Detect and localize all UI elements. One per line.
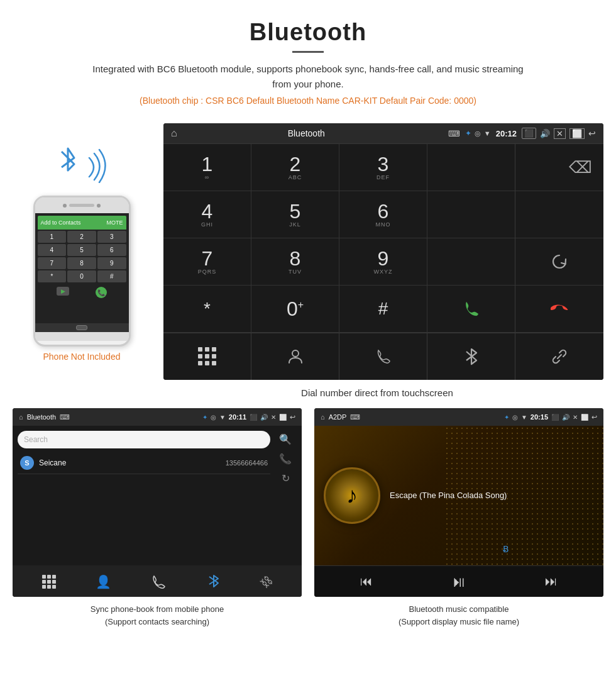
pb-vol-icon: 🔊 xyxy=(260,414,268,421)
dial-empty-4 xyxy=(427,238,515,286)
dial-key-2[interactable]: 2 ABC xyxy=(251,144,339,191)
action-bluetooth[interactable] xyxy=(427,333,515,380)
dial-key-3[interactable]: 3 DEF xyxy=(339,144,427,191)
pb-time: 20:11 xyxy=(229,413,246,421)
action-person[interactable] xyxy=(251,333,339,380)
dial-empty-2 xyxy=(427,191,515,238)
phonebook-content: Search S Seicane 13566664466 🔍 📞 ↻ xyxy=(13,426,302,565)
phone-bottom-nav xyxy=(35,323,129,332)
music-prev-icon[interactable]: ⏮ xyxy=(360,574,373,589)
contact-row[interactable]: S Seicane 13566664466 xyxy=(18,452,270,474)
dial-empty-3 xyxy=(515,191,603,238)
key-7[interactable]: 7 xyxy=(38,257,67,269)
pb-usb-icon: ⌨ xyxy=(60,413,70,421)
bt-music-icon: Ƀ xyxy=(503,544,509,554)
eq-icon[interactable]: ✕ xyxy=(554,128,566,139)
key-9[interactable]: 9 xyxy=(97,257,126,269)
dial-backspace[interactable]: ⌫ xyxy=(515,144,603,191)
mu-eq-icon: ✕ xyxy=(573,414,578,421)
music-next-icon[interactable]: ⏭ xyxy=(545,574,558,589)
pb-home-icon[interactable]: ⌂ xyxy=(19,413,23,421)
pb-search-icon[interactable]: 🔍 xyxy=(279,433,292,445)
volume-icon[interactable]: 🔊 xyxy=(540,129,550,138)
dial-key-8[interactable]: 8 TUV xyxy=(251,238,339,286)
phone-action-row: ▶ 📞 xyxy=(38,284,126,301)
usb-icon: ⌨ xyxy=(448,129,460,138)
phone-home-button[interactable] xyxy=(76,325,87,330)
dial-key-7[interactable]: 7 PQRS xyxy=(163,238,251,286)
key-1[interactable]: 1 xyxy=(38,231,67,243)
search-placeholder: Search xyxy=(24,435,48,444)
pb-eq-icon: ✕ xyxy=(271,414,276,421)
key-4[interactable]: 4 xyxy=(38,244,67,256)
dial-key-1[interactable]: 1 ∞ xyxy=(163,144,251,191)
page-title: Bluetooth xyxy=(13,19,603,46)
signal-waves xyxy=(86,148,110,183)
main-caption-wrapper: Dial number direct from touchscreen xyxy=(0,380,616,408)
music-play-pause-icon[interactable]: ⏯ xyxy=(451,573,466,591)
song-title: Escape (The Pina Colada Song) xyxy=(390,490,594,501)
phone-section: Add to Contacts MOTE 1 2 3 4 5 6 7 8 9 *… xyxy=(13,123,151,362)
dial-key-hash[interactable]: # xyxy=(339,286,427,333)
mu-home-icon[interactable]: ⌂ xyxy=(321,413,325,421)
music-status-bar: ⌂ A2DP ⌨ ✦ ◎ ▼ 20:15 ⬛ 🔊 ✕ ⬜ ↩ xyxy=(314,408,603,426)
music-controls-bar: ⏮ ⏯ ⏭ xyxy=(314,565,603,597)
dial-key-6[interactable]: 6 MNO xyxy=(339,191,427,238)
bluetooth-status-icon: ✦ xyxy=(465,129,471,138)
dial-key-5[interactable]: 5 JKL xyxy=(251,191,339,238)
pb-link-icon[interactable]: ⛓ xyxy=(258,573,275,591)
dial-call-red[interactable] xyxy=(515,286,603,333)
pb-back-icon[interactable]: ↩ xyxy=(290,413,295,421)
pb-bt-icon-bottom[interactable] xyxy=(206,573,221,591)
key-8[interactable]: 8 xyxy=(67,257,96,269)
mu-back-icon[interactable]: ↩ xyxy=(591,413,597,421)
dial-key-0[interactable]: 0+ xyxy=(251,286,339,333)
page-description: Integrated with BC6 Bluetooth module, su… xyxy=(88,62,528,92)
status-right-icons: ⬛ 🔊 ✕ ⬜ ↩ xyxy=(522,128,596,139)
key-0[interactable]: 0 xyxy=(67,270,96,282)
title-divider xyxy=(292,51,324,53)
key-5[interactable]: 5 xyxy=(67,244,96,256)
contact-phone: 13566664466 xyxy=(226,459,268,467)
camera-icon[interactable]: ⬛ xyxy=(522,128,536,139)
pb-sync-icon[interactable]: ↻ xyxy=(282,472,290,484)
tech-specs: (Bluetooth chip : CSR BC6 Default Blueto… xyxy=(13,96,603,106)
location-icon: ◎ xyxy=(475,130,481,138)
back-icon[interactable]: ↩ xyxy=(588,128,596,138)
pb-win-icon: ⬜ xyxy=(279,414,287,421)
pb-call-icon[interactable] xyxy=(151,574,166,589)
mu-win-icon: ⬜ xyxy=(581,414,588,421)
phone-mockup: Add to Contacts MOTE 1 2 3 4 5 6 7 8 9 *… xyxy=(33,196,131,347)
action-grid[interactable] xyxy=(163,333,251,380)
main-content: Add to Contacts MOTE 1 2 3 4 5 6 7 8 9 *… xyxy=(0,123,616,380)
window-icon[interactable]: ⬜ xyxy=(569,128,585,139)
mu-cam-icon: ⬛ xyxy=(551,414,559,421)
key-hash[interactable]: # xyxy=(97,270,126,282)
pb-phone-icon[interactable]: 📞 xyxy=(279,453,292,465)
action-phone[interactable] xyxy=(339,333,427,380)
status-bar: ⌂ Bluetooth ⌨ ✦ ◎ ▼ 20:12 ⬛ 🔊 ✕ ⬜ ↩ xyxy=(163,123,603,143)
dial-key-star[interactable]: * xyxy=(163,286,251,333)
dial-call-green[interactable] xyxy=(427,286,515,333)
dial-refresh[interactable] xyxy=(515,238,603,286)
phone-screen: Add to Contacts MOTE 1 2 3 4 5 6 7 8 9 *… xyxy=(35,213,129,323)
dial-key-4[interactable]: 4 GHI xyxy=(163,191,251,238)
search-bar[interactable]: Search xyxy=(18,431,270,448)
phonebook-caption: Sync phone-book from mobile phone(Suppor… xyxy=(13,597,302,631)
phone-video: ▶ xyxy=(57,287,69,296)
car-dial-screen: ⌂ Bluetooth ⌨ ✦ ◎ ▼ 20:12 ⬛ 🔊 ✕ ⬜ ↩ xyxy=(163,123,603,380)
action-link[interactable] xyxy=(515,333,603,380)
dial-key-9[interactable]: 9 WXYZ xyxy=(339,238,427,286)
main-caption: Dial number direct from touchscreen xyxy=(151,380,603,408)
pb-grid-icon[interactable] xyxy=(42,575,56,589)
status-icons: ✦ ◎ ▼ xyxy=(465,129,491,138)
key-3[interactable]: 3 xyxy=(97,231,126,243)
grid-icon xyxy=(198,347,217,366)
dial-empty-1 xyxy=(427,144,515,191)
key-6[interactable]: 6 xyxy=(97,244,126,256)
key-2[interactable]: 2 xyxy=(67,231,96,243)
pb-sig-icon: ▼ xyxy=(219,414,226,421)
phone-call-button[interactable]: 📞 xyxy=(96,287,107,298)
key-star[interactable]: * xyxy=(38,270,67,282)
pb-person-icon-active[interactable]: 👤 xyxy=(96,574,111,589)
